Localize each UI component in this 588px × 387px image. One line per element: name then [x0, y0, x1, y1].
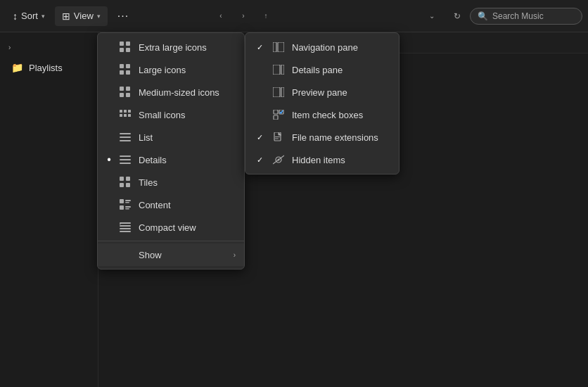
show-label: Show — [139, 250, 226, 260]
search-box[interactable]: 🔍 Search Music — [470, 8, 582, 25]
submenu-item-preview-pane[interactable]: Preview pane — [245, 81, 399, 103]
submenu-item-navigation-pane[interactable]: ✓ Navigation pane — [245, 36, 399, 58]
svg-rect-1 — [126, 42, 130, 46]
sidebar-collapse-button[interactable]: › — [0, 38, 98, 57]
svg-rect-37 — [120, 231, 131, 232]
svg-rect-42 — [281, 65, 284, 75]
sort-label: Sort — [21, 11, 38, 21]
compact-view-label: Compact view — [139, 222, 236, 233]
medium-icons-icon — [119, 86, 132, 99]
svg-rect-35 — [120, 225, 131, 227]
refresh-icon: ↻ — [454, 11, 461, 21]
more-button[interactable]: ··· — [110, 6, 136, 27]
svg-rect-29 — [125, 200, 131, 201]
svg-rect-18 — [120, 133, 131, 134]
menu-item-small-icons[interactable]: Small icons — [98, 103, 244, 126]
forward-icon: › — [242, 12, 244, 20]
sidebar-item-playlists[interactable]: 📁 Playlists — [3, 57, 95, 78]
menu-item-content[interactable]: Content — [98, 194, 244, 216]
menu-item-large-icons[interactable]: Large icons — [98, 58, 244, 81]
item-check-boxes-label: Item check boxes — [292, 110, 390, 120]
content-label: Content — [139, 200, 236, 210]
preview-pane-icon — [272, 86, 285, 99]
view-dropdown-menu: Extra large icons Large icons Medium-siz… — [97, 32, 245, 269]
show-submenu: ✓ Navigation pane Details pane P — [245, 32, 400, 175]
svg-rect-9 — [126, 87, 130, 91]
menu-item-show[interactable]: Show › — [98, 243, 244, 266]
navigation-pane-label: Navigation pane — [292, 42, 390, 53]
submenu-item-hidden-items[interactable]: ✓ Hidden items — [245, 148, 399, 171]
item-check-boxes-icon — [272, 108, 285, 121]
svg-rect-14 — [120, 114, 122, 117]
sort-chevron-icon: ▾ — [41, 13, 45, 20]
svg-rect-5 — [126, 64, 130, 68]
show-submenu-arrow-icon: › — [234, 251, 236, 259]
address-dropdown-button[interactable]: ⌄ — [422, 6, 442, 26]
svg-rect-15 — [124, 114, 127, 117]
extra-large-icons-label: Extra large icons — [139, 42, 236, 53]
svg-rect-45 — [274, 110, 278, 114]
hidden-items-label: Hidden items — [292, 155, 390, 165]
svg-rect-22 — [120, 159, 131, 160]
search-placeholder: Search Music — [492, 11, 544, 21]
hidden-items-icon — [272, 153, 285, 166]
menu-item-list[interactable]: List — [98, 126, 244, 148]
svg-rect-27 — [126, 183, 130, 187]
more-icon: ··· — [117, 10, 129, 23]
svg-rect-31 — [120, 205, 124, 210]
preview-pane-label: Preview pane — [292, 87, 390, 98]
toolbar: ↕ Sort ▾ ⊞ View ▾ ··· ‹ › ↑ ⌄ ↻ 🔍 Search… — [0, 0, 588, 32]
svg-rect-10 — [120, 93, 124, 97]
compact-view-icon — [119, 221, 132, 234]
show-icon — [119, 248, 132, 261]
svg-rect-23 — [120, 163, 131, 164]
menu-item-extra-large-icons[interactable]: Extra large icons — [98, 36, 244, 58]
up-icon: ↑ — [264, 12, 268, 20]
refresh-button[interactable]: ↻ — [447, 6, 467, 26]
svg-rect-6 — [120, 70, 124, 75]
svg-rect-7 — [126, 70, 130, 75]
submenu-item-item-check-boxes[interactable]: Item check boxes — [245, 103, 399, 126]
svg-rect-33 — [125, 208, 129, 210]
submenu-item-file-name-extensions[interactable]: ✓ File name extensions — [245, 126, 399, 148]
file-name-extensions-check-icon: ✓ — [254, 133, 265, 142]
tiles-label: Tiles — [139, 177, 236, 188]
search-icon: 🔍 — [478, 11, 488, 21]
svg-rect-16 — [128, 110, 131, 113]
menu-divider — [98, 241, 244, 241]
svg-rect-13 — [124, 110, 127, 113]
details-label: Details — [139, 155, 236, 165]
details-icon — [119, 153, 132, 166]
list-label: List — [139, 132, 236, 143]
sort-button[interactable]: ↕ Sort ▾ — [6, 6, 52, 26]
file-name-extensions-icon — [272, 131, 285, 144]
svg-rect-19 — [120, 137, 131, 138]
svg-rect-32 — [125, 206, 131, 208]
svg-rect-43 — [273, 87, 280, 97]
submenu-item-details-pane[interactable]: Details pane — [245, 58, 399, 81]
forward-button[interactable]: › — [234, 6, 253, 26]
svg-rect-25 — [126, 177, 130, 181]
svg-rect-17 — [128, 114, 131, 117]
menu-item-details[interactable]: • Details — [98, 148, 244, 171]
svg-rect-4 — [120, 64, 124, 68]
navigation-pane-check-icon: ✓ — [254, 43, 265, 52]
view-button[interactable]: ⊞ View ▾ — [55, 6, 108, 26]
svg-rect-28 — [120, 199, 124, 203]
menu-item-compact-view[interactable]: Compact view — [98, 216, 244, 239]
small-icons-icon — [119, 108, 132, 121]
small-icons-label: Small icons — [139, 110, 236, 120]
menu-item-medium-icons[interactable]: Medium-sized icons — [98, 81, 244, 103]
svg-rect-47 — [274, 115, 278, 120]
tiles-icon — [119, 176, 132, 189]
view-icon: ⊞ — [62, 11, 70, 22]
view-label: View — [74, 11, 94, 21]
back-button[interactable]: ‹ — [211, 6, 231, 26]
svg-rect-30 — [125, 202, 129, 203]
content-icon — [119, 198, 132, 211]
sort-icon: ↕ — [13, 11, 18, 22]
menu-item-tiles[interactable]: Tiles — [98, 171, 244, 194]
navigation-pane-icon — [272, 41, 285, 53]
up-button[interactable]: ↑ — [256, 6, 276, 26]
nav-arrow-icon: › — [8, 44, 11, 51]
